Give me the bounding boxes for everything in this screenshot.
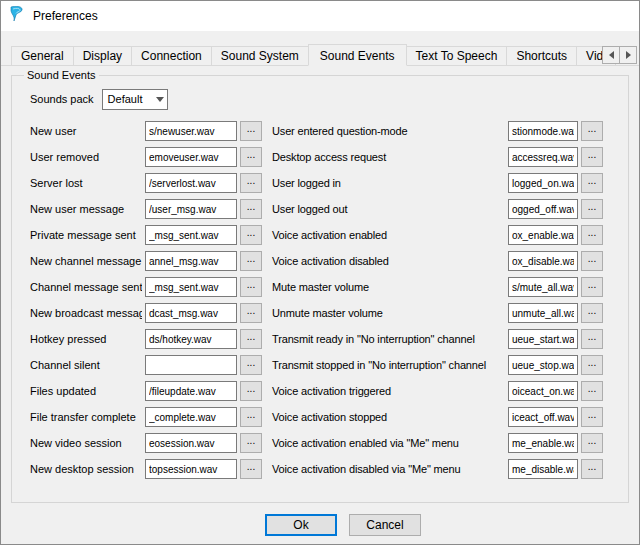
sounds-pack-row: Sounds pack Default [30, 88, 620, 110]
event-file-input[interactable] [145, 251, 237, 271]
browse-button[interactable]: ... [581, 329, 603, 349]
table-row: New desktop session ... Voice activation… [20, 456, 620, 482]
table-row: Hotkey pressed ... Transmit ready in "No… [20, 326, 620, 352]
table-row: Files updated ... Voice activation trigg… [20, 378, 620, 404]
dialog-footer: Ok Cancel [24, 514, 640, 536]
right-arrow-icon [626, 51, 631, 59]
browse-button[interactable]: ... [581, 459, 603, 479]
event-file-input[interactable] [508, 121, 578, 141]
table-row: Private message sent ... Voice activatio… [20, 222, 620, 248]
browse-button[interactable]: ... [240, 303, 262, 323]
event-label-vox-stopped: Voice activation stopped [265, 411, 505, 423]
event-file-input[interactable] [145, 173, 237, 193]
sounds-pack-select[interactable]: Default [102, 89, 168, 110]
browse-button[interactable]: ... [581, 199, 603, 219]
window-title: Preferences [33, 9, 98, 23]
event-file-input[interactable] [508, 433, 578, 453]
chevron-down-icon [156, 97, 164, 102]
cancel-button[interactable]: Cancel [349, 514, 421, 536]
browse-button[interactable]: ... [581, 381, 603, 401]
event-file-input[interactable] [145, 121, 237, 141]
event-label-channel-silent: Channel silent [30, 359, 142, 371]
event-file-input[interactable] [508, 147, 578, 167]
event-label-files-updated: Files updated [30, 385, 142, 397]
event-file-input[interactable] [145, 199, 237, 219]
browse-button[interactable]: ... [581, 407, 603, 427]
event-file-input[interactable] [508, 225, 578, 245]
tab-text-to-speech[interactable]: Text To Speech [406, 46, 508, 65]
tab-sound-events[interactable]: Sound Events [308, 44, 407, 66]
browse-button[interactable]: ... [581, 173, 603, 193]
event-label-private-message-sent: Private message sent [30, 229, 142, 241]
sound-events-group: Sound Events Sounds pack Default New use… [11, 69, 629, 503]
browse-button[interactable]: ... [240, 121, 262, 141]
event-file-input[interactable] [508, 277, 578, 297]
event-label-new-user: New user [30, 125, 142, 137]
browse-button[interactable]: ... [240, 407, 262, 427]
browse-button[interactable]: ... [240, 199, 262, 219]
event-file-input[interactable] [145, 277, 237, 297]
table-row: New channel message ... Voice activation… [20, 248, 620, 274]
table-row: User removed ... Desktop access request … [20, 144, 620, 170]
browse-button[interactable]: ... [581, 355, 603, 375]
titlebar[interactable]: Preferences [1, 1, 639, 31]
browse-button[interactable]: ... [581, 303, 603, 323]
browse-button[interactable]: ... [240, 355, 262, 375]
event-label-logged-in: User logged in [265, 177, 505, 189]
browse-button[interactable]: ... [240, 459, 262, 479]
event-file-input[interactable] [508, 303, 578, 323]
browse-button[interactable]: ... [581, 251, 603, 271]
event-file-input[interactable] [508, 329, 578, 349]
event-file-input[interactable] [508, 173, 578, 193]
tab-general[interactable]: General [11, 46, 74, 65]
tab-connection[interactable]: Connection [131, 46, 212, 65]
event-file-input[interactable] [145, 147, 237, 167]
ok-button[interactable]: Ok [265, 514, 337, 536]
table-row: New user ... User entered question-mode … [20, 118, 620, 144]
tab-bar: General Display Connection Sound System … [1, 44, 639, 66]
browse-button[interactable]: ... [240, 225, 262, 245]
browse-button[interactable]: ... [240, 329, 262, 349]
event-label-logged-out: User logged out [265, 203, 505, 215]
event-file-input[interactable] [508, 355, 578, 375]
browse-button[interactable]: ... [240, 147, 262, 167]
browse-button[interactable]: ... [240, 433, 262, 453]
tab-scroll-left-button[interactable] [602, 46, 620, 64]
table-row: File transfer complete ... Voice activat… [20, 404, 620, 430]
event-label-new-desktop-session: New desktop session [30, 463, 142, 475]
browse-button[interactable]: ... [581, 147, 603, 167]
event-file-input[interactable] [508, 459, 578, 479]
tab-display[interactable]: Display [73, 46, 132, 65]
app-icon [9, 6, 25, 26]
preferences-window: Preferences General Display Connection S… [0, 0, 640, 545]
event-file-input[interactable] [145, 303, 237, 323]
event-file-input[interactable] [508, 199, 578, 219]
tab-shortcuts[interactable]: Shortcuts [506, 46, 577, 65]
table-row: New broadcast message ... Unmute master … [20, 300, 620, 326]
event-file-input[interactable] [145, 381, 237, 401]
browse-button[interactable]: ... [581, 433, 603, 453]
browse-button[interactable]: ... [240, 173, 262, 193]
event-file-input[interactable] [145, 433, 237, 453]
event-file-input[interactable] [508, 251, 578, 271]
tab-sound-system[interactable]: Sound System [211, 46, 309, 65]
browse-button[interactable]: ... [581, 121, 603, 141]
tab-scroll-right-button[interactable] [619, 46, 637, 64]
browse-button[interactable]: ... [240, 381, 262, 401]
event-label-channel-message-sent: Channel message sent [30, 281, 142, 293]
event-file-input[interactable] [145, 225, 237, 245]
browse-button[interactable]: ... [581, 225, 603, 245]
event-file-input[interactable] [145, 329, 237, 349]
browse-button[interactable]: ... [240, 251, 262, 271]
table-row: Channel message sent ... Mute master vol… [20, 274, 620, 300]
table-row: New video session ... Voice activation e… [20, 430, 620, 456]
event-file-input[interactable] [145, 407, 237, 427]
table-row: New user message ... User logged out ... [20, 196, 620, 222]
event-file-input[interactable] [145, 459, 237, 479]
event-file-input[interactable] [508, 381, 578, 401]
event-file-input[interactable] [145, 355, 237, 375]
event-label-transmit-stopped: Transmit stopped in "No interruption" ch… [265, 359, 505, 371]
browse-button[interactable]: ... [240, 277, 262, 297]
browse-button[interactable]: ... [581, 277, 603, 297]
event-file-input[interactable] [508, 407, 578, 427]
